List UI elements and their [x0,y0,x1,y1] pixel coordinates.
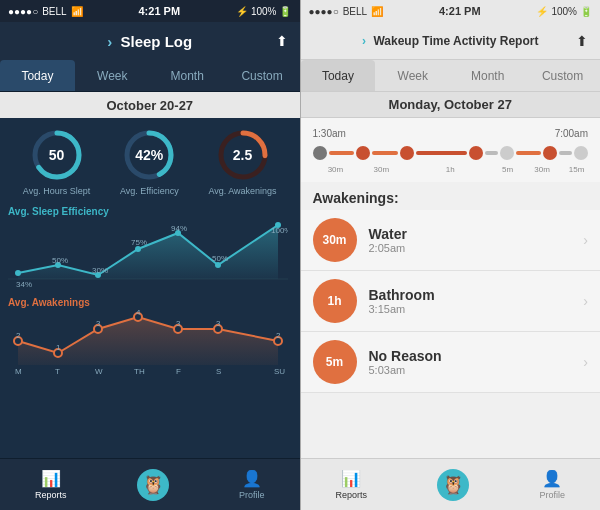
profile-icon-left: 👤 [242,469,262,488]
battery-left: 100% [251,6,277,17]
share-icon-right[interactable]: ⬆ [576,33,588,49]
svg-text:S: S [216,367,221,375]
awakening-info-1: Bathroom 3:15am [357,287,584,315]
awakening-item-1[interactable]: 1h Bathroom 3:15am › [301,271,601,332]
timeline-track [313,143,589,163]
status-bar-right: ●●●●○ BELL 📶 4:21 PM ⚡ 100% 🔋 [301,0,601,22]
seg-1 [329,151,355,155]
stat-hours: 50 Avg. Hours Slept [23,128,90,196]
nav-reports-left[interactable]: 📊 Reports [35,469,67,500]
efficiency-chart-section: Avg. Sleep Efficiency [8,206,292,293]
chevron-icon-1: › [583,293,588,309]
seg-label-3: 1h [404,165,496,174]
svg-text:3: 3 [96,319,101,328]
svg-text:75%: 75% [131,238,147,247]
awakening-item-0[interactable]: 30m Water 2:05am › [301,210,601,271]
carrier-left: BELL [42,6,66,17]
nav-profile-left[interactable]: 👤 Profile [239,469,265,500]
chevron-icon-0: › [583,232,588,248]
charts-area: Avg. Sleep Efficiency [0,202,300,458]
bluetooth-icon-right: ⚡ [536,6,548,17]
circle-awakenings: 2.5 [216,128,270,182]
awakening-badge-2: 5m [313,340,357,384]
owl-icon-right: 🦉 [437,469,469,501]
seg-3 [416,151,467,155]
arrow-icon-right: › [362,34,366,48]
awakening-name-0: Water [369,226,584,242]
stats-row: 50 Avg. Hours Slept 42% Avg. Efficiency [0,118,300,202]
circle-efficiency: 42% [122,128,176,182]
wakeup-phone: ●●●●○ BELL 📶 4:21 PM ⚡ 100% 🔋 › Wakeup T… [301,0,601,510]
awakening-time-0: 2:05am [369,242,584,254]
timeline-labels: 30m 30m 1h 5m 30m 15m [313,165,589,174]
owl-icon-left: 🦉 [137,469,169,501]
seg-5 [516,151,542,155]
awakening-info-0: Water 2:05am [357,226,584,254]
awakening-time-2: 5:03am [369,364,584,376]
battery-icon-right: 🔋 [580,6,592,17]
timeline-dot-4 [500,146,514,160]
svg-text:SU: SU [274,367,285,375]
svg-text:3: 3 [176,319,181,328]
svg-text:1: 1 [56,343,61,352]
efficiency-chart-svg: 34% 50% 30% 75% 94% 50% 100% [8,219,288,289]
status-left: ●●●●○ BELL 📶 [8,6,83,17]
sleep-log-phone: ●●●●○ BELL 📶 4:21 PM ⚡ 100% 🔋 › Sleep Lo… [0,0,300,510]
date-header-right: Monday, October 27 [301,92,601,118]
carrier-right: BELL [343,6,367,17]
seg-label-6: 15m [565,165,588,174]
svg-text:F: F [176,367,181,375]
value-efficiency: 42% [135,147,163,163]
share-icon-left[interactable]: ⬆ [276,33,288,49]
label-hours: Avg. Hours Slept [23,186,90,196]
awakening-name-2: No Reason [369,348,584,364]
tab-custom-left[interactable]: Custom [225,60,300,91]
wifi-icon-right: 📶 [371,6,383,17]
status-right-left: ⚡ 100% 🔋 [236,6,292,17]
tab-week-left[interactable]: Week [75,60,150,91]
chevron-icon-2: › [583,354,588,370]
seg-label-1: 30m [313,165,359,174]
svg-text:50%: 50% [212,254,228,263]
reports-icon-right: 📊 [341,469,361,488]
tab-today-left[interactable]: Today [0,60,75,91]
tab-custom-right[interactable]: Custom [525,60,600,91]
label-efficiency: Avg. Efficiency [120,186,179,196]
tab-month-left[interactable]: Month [150,60,225,91]
awakenings-label: Awakenings: [301,182,601,210]
svg-text:30%: 30% [92,266,108,275]
stat-awakenings: 2.5 Avg. Awakenings [208,128,276,196]
timeline-section: 1:30am 7:00am 30m 30m 1h 5m 30m 15m [301,118,601,182]
nav-owl-left[interactable]: 🦉 [137,469,169,501]
stat-efficiency: 42% Avg. Efficiency [120,128,179,196]
awakening-time-1: 3:15am [369,303,584,315]
svg-text:TH: TH [134,367,145,375]
nav-reports-right[interactable]: 📊 Reports [336,469,368,500]
svg-text:2: 2 [16,331,21,340]
awakening-item-2[interactable]: 5m No Reason 5:03am › [301,332,601,393]
svg-text:T: T [55,367,60,375]
timeline-end: 7:00am [555,128,588,139]
time-left: 4:21 PM [139,5,181,17]
efficiency-chart-title: Avg. Sleep Efficiency [8,206,292,217]
awakening-name-1: Bathroom [369,287,584,303]
tab-week-right[interactable]: Week [375,60,450,91]
awakenings-chart-section: Avg. Awakenings [8,297,292,379]
bluetooth-icon: ⚡ [236,6,248,17]
svg-text:2: 2 [276,331,281,340]
seg-2 [372,151,398,155]
timeline-dot-2 [400,146,414,160]
timeline-dot-end [574,146,588,160]
page-title-right: › Wakeup Time Activity Report [362,34,538,48]
awakening-info-2: No Reason 5:03am [357,348,584,376]
tab-month-right[interactable]: Month [450,60,525,91]
svg-text:3: 3 [216,319,221,328]
svg-text:94%: 94% [171,224,187,233]
signal-dots-right: ●●●●○ [309,6,339,17]
svg-text:W: W [95,367,103,375]
nav-owl-right[interactable]: 🦉 [437,469,469,501]
nav-profile-right[interactable]: 👤 Profile [539,469,565,500]
tab-today-right[interactable]: Today [301,60,376,91]
battery-right: 100% [551,6,577,17]
svg-text:34%: 34% [16,280,32,289]
